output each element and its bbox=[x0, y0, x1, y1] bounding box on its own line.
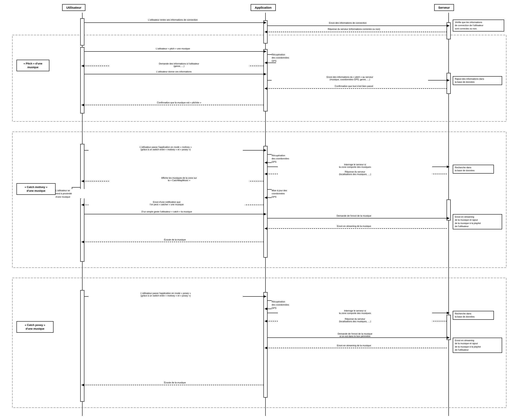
serveur-header: Serveur bbox=[434, 4, 454, 11]
pitch-arrow1-label: L'utilisateur « pitch » une musique bbox=[109, 47, 237, 50]
diagram-container: Utilisateur Application Serveur Vérifie … bbox=[0, 0, 519, 420]
pitch-arrow2-label: Demande des informations à l'utilisateur… bbox=[109, 62, 249, 67]
motivey-arrow3-label: Réponse du serveur(localisations des mus… bbox=[278, 171, 432, 175]
svg-marker-53 bbox=[447, 217, 450, 219]
posey-arrow1-label: L'utilisateur passe l'application en mod… bbox=[89, 292, 243, 297]
svg-marker-39 bbox=[264, 161, 267, 164]
motivey-arrow6-label: D'un simple geste l'utilisateur « catch … bbox=[89, 210, 245, 213]
motivey-self-label: L'utilisateur serend à proximitéd'une mu… bbox=[56, 189, 93, 198]
svg-marker-49 bbox=[81, 204, 84, 206]
svg-marker-28 bbox=[81, 65, 84, 67]
svg-rect-13 bbox=[264, 146, 267, 257]
motivey-arrow9-label: Écoute de la musique bbox=[109, 238, 241, 241]
svg-rect-5 bbox=[12, 278, 506, 408]
svg-rect-12 bbox=[81, 144, 84, 262]
motivey-arrow2-label: Interroge le serveur sila zone comporte … bbox=[278, 163, 432, 168]
motivey-arrow7-label: Demande de l'envoi de la musique bbox=[278, 215, 430, 217]
catch-motivey-label: « Catch motivey »d'une musique bbox=[16, 183, 56, 195]
posey-arrow4-label: Demande de l'envoi de la musiquesi on es… bbox=[278, 332, 432, 338]
motivey-gps-label: Récupérationdes coordonnéesGPS bbox=[272, 154, 298, 164]
motivey-arrow1-label: L'utilisateur passe l'application en mod… bbox=[89, 146, 243, 151]
pitch-arrow4-label: Envoi des informations du « pitch » au s… bbox=[272, 76, 428, 81]
svg-marker-26 bbox=[264, 61, 267, 64]
svg-marker-51 bbox=[264, 213, 267, 215]
svg-marker-19 bbox=[264, 22, 267, 24]
svg-rect-17 bbox=[447, 315, 451, 340]
svg-marker-32 bbox=[447, 79, 450, 82]
svg-marker-70 bbox=[81, 384, 84, 386]
svg-rect-15 bbox=[81, 290, 84, 401]
svg-marker-45 bbox=[81, 180, 84, 182]
login-note: Vérifie que les informationsde connectio… bbox=[453, 20, 504, 31]
pitch-label: « Pitch » d'unemusique bbox=[16, 60, 49, 71]
pitch-arrow6-label: Confirmation que la musique est « pitché… bbox=[113, 101, 245, 104]
svg-marker-68 bbox=[264, 347, 267, 349]
svg-marker-47 bbox=[264, 196, 267, 199]
svg-rect-3 bbox=[12, 35, 506, 121]
posey-arrow3-label: Réponse du serveur(localisations des mus… bbox=[278, 318, 432, 322]
catch-posey-label: « Catch posey »d'une musique bbox=[16, 321, 53, 333]
login-arrow2-label: Envoi des informations de connection bbox=[278, 22, 418, 24]
utilisateur-header: Utilisateur bbox=[62, 4, 85, 11]
motivey-arrow4-label: Affiche les musiques de la zone surla « … bbox=[109, 177, 249, 182]
svg-marker-62 bbox=[447, 312, 450, 314]
application-header: Application bbox=[251, 4, 276, 11]
svg-marker-25 bbox=[264, 50, 267, 53]
svg-marker-64 bbox=[264, 320, 267, 322]
svg-rect-16 bbox=[264, 292, 267, 397]
svg-marker-57 bbox=[81, 241, 84, 243]
posey-gps-label: Récupérationdes coordonnéesGPS bbox=[272, 300, 298, 310]
svg-rect-8 bbox=[447, 23, 451, 39]
svg-rect-14 bbox=[447, 200, 451, 220]
svg-rect-11 bbox=[447, 73, 451, 94]
svg-marker-23 bbox=[264, 31, 267, 33]
svg-marker-41 bbox=[447, 165, 450, 168]
svg-rect-10 bbox=[264, 49, 267, 111]
pitch-arrow5-label: Confirmation que tout s'est bien passé bbox=[278, 85, 430, 87]
svg-rect-4 bbox=[12, 132, 506, 268]
svg-rect-6 bbox=[81, 19, 84, 45]
svg-marker-30 bbox=[264, 73, 267, 75]
motivey-gps2-label: Mise à jour descoordonnéesGPS bbox=[272, 189, 300, 198]
catch-motivey-stream-note: Envoi en streamingde la musique et rajou… bbox=[453, 214, 502, 229]
pitch-arrow3-label: L'utilisateur donne ces informations bbox=[109, 70, 239, 73]
login-arrow3-label: Réponse du serveur (informations correct… bbox=[278, 28, 430, 30]
motivey-arrow8-label: Envoi en streaming de la musique bbox=[278, 225, 430, 227]
svg-rect-7 bbox=[264, 21, 267, 43]
svg-marker-60 bbox=[264, 308, 267, 310]
svg-marker-59 bbox=[264, 295, 267, 298]
posey-arrow5-label: Envoi en streaming de la musique bbox=[278, 344, 430, 347]
svg-marker-43 bbox=[264, 173, 267, 175]
catch-posey-search-note: Recherche dansla base de données bbox=[453, 311, 494, 320]
svg-marker-21 bbox=[447, 24, 450, 27]
svg-marker-36 bbox=[81, 104, 84, 106]
pitch-gps-label: Récupérationdes coordonnéesGPS bbox=[272, 53, 298, 63]
pitch-server-note: Rajout des informations dansla base de d… bbox=[453, 76, 502, 85]
svg-marker-38 bbox=[264, 149, 267, 151]
login-arrow1-label: L'utilisateur rentre ses informations de… bbox=[109, 19, 237, 21]
posey-arrow2-label: Interroge le serveur sila zone comporte … bbox=[278, 309, 432, 314]
catch-posey-stream-note: Envoi en streamingde la musique et rajou… bbox=[453, 338, 502, 353]
svg-marker-34 bbox=[264, 87, 267, 90]
svg-rect-9 bbox=[81, 47, 84, 113]
svg-marker-55 bbox=[264, 227, 267, 230]
motivey-arrow5-label: Envoi d'une notification quel'on peut « … bbox=[89, 201, 245, 206]
posey-arrow6-label: Écoute de la musique bbox=[109, 381, 241, 384]
svg-marker-66 bbox=[447, 337, 450, 339]
catch-motivey-search-note: Recherche dansla base de données bbox=[453, 165, 494, 173]
